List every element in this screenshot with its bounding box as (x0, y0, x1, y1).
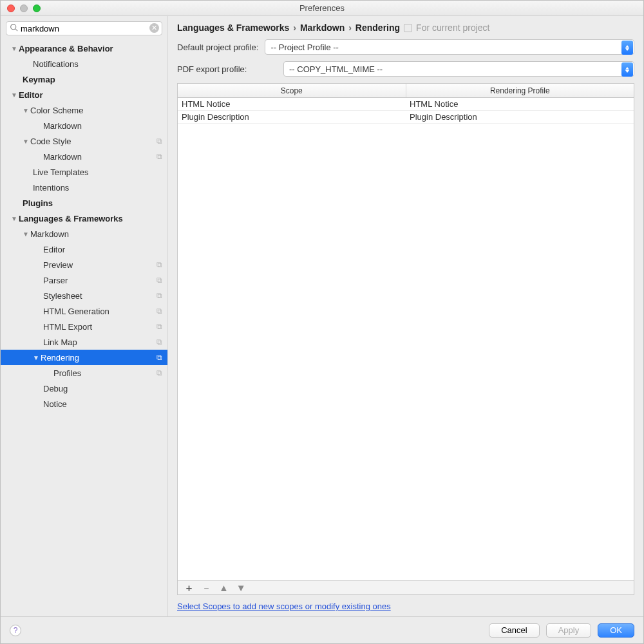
svg-line-1 (15, 29, 17, 31)
copy-icon: ⧉ (156, 291, 162, 300)
add-button[interactable]: ＋ (184, 583, 194, 592)
tree-notifications[interactable]: Notifications (1, 56, 167, 71)
ok-button[interactable]: OK (598, 623, 634, 638)
copy-icon: ⧉ (156, 337, 162, 346)
dropdown-icon (621, 62, 633, 77)
tree-codestyle[interactable]: ▼Code Style⧉ (1, 133, 167, 149)
pdf-export-profile-select[interactable]: -- COPY_HTML_MIME -- (283, 61, 634, 77)
tree-markdown[interactable]: ▼Markdown (1, 226, 167, 242)
table-toolbar: ＋ － ▲ ▼ (178, 580, 634, 594)
th-profile[interactable]: Rendering Profile (406, 84, 634, 97)
apply-button[interactable]: Apply (546, 623, 592, 638)
tree-cs-markdown[interactable]: Markdown (1, 118, 167, 133)
move-up-button[interactable]: ▲ (219, 583, 229, 592)
select-value: -- Project Profile -- (270, 43, 338, 52)
window-title: Preferences (1, 3, 643, 13)
dropdown-icon (621, 41, 633, 55)
body: ✕ ▼Appearance & Behavior Notifications K… (1, 16, 643, 616)
tree-langfw[interactable]: ▼Languages & Frameworks (1, 211, 167, 226)
project-icon (404, 24, 412, 32)
table-row[interactable]: Plugin Description Plugin Description (178, 111, 634, 124)
cell-profile: Plugin Description (406, 111, 634, 123)
tree-livetemplates[interactable]: Live Templates (1, 164, 167, 180)
help-button[interactable]: ? (10, 625, 21, 636)
sidebar: ✕ ▼Appearance & Behavior Notifications K… (1, 16, 168, 616)
cell-scope: HTML Notice (178, 98, 406, 110)
clear-search-icon[interactable]: ✕ (149, 23, 159, 33)
tree-colorscheme[interactable]: ▼Color Scheme (1, 102, 167, 118)
tree: ▼Appearance & Behavior Notifications Key… (1, 39, 167, 616)
copy-icon: ⧉ (156, 137, 162, 146)
titlebar: Preferences (1, 1, 643, 16)
search-box: ✕ (6, 21, 162, 35)
breadcrumb-a: Languages & Frameworks (177, 23, 289, 33)
copy-icon: ⧉ (156, 322, 162, 331)
pdf-export-profile-row: PDF export profile: -- COPY_HTML_MIME -- (177, 61, 634, 77)
default-project-profile-row: Default project profile: -- Project Prof… (177, 39, 634, 55)
tree-md-profiles[interactable]: Profiles⧉ (1, 365, 167, 381)
scopes-link-row: Select Scopes to add new scopes or modif… (177, 601, 634, 611)
copy-icon: ⧉ (156, 152, 162, 161)
tree-md-rendering[interactable]: ▼Rendering⧉ (1, 350, 167, 365)
tree-md-htmlgen[interactable]: HTML Generation⧉ (1, 303, 167, 319)
tree-intentions[interactable]: Intentions (1, 180, 167, 195)
tree-appearance[interactable]: ▼Appearance & Behavior (1, 41, 167, 56)
preferences-window: Preferences ✕ ▼Appearance & Behavior Not… (0, 0, 644, 644)
scopes-table: Scope Rendering Profile HTML Notice HTML… (177, 83, 634, 595)
select-scopes-link[interactable]: Select Scopes to add new scopes or modif… (177, 601, 391, 611)
breadcrumb-c: Rendering (355, 23, 400, 33)
move-down-button[interactable]: ▼ (236, 583, 246, 592)
pdf-export-profile-label: PDF export profile: (177, 64, 277, 74)
tree-md-parser[interactable]: Parser⧉ (1, 272, 167, 288)
tree-md-notice[interactable]: Notice (1, 396, 167, 412)
tree-md-linkmap[interactable]: Link Map⧉ (1, 334, 167, 350)
breadcrumb-project: For current project (416, 23, 489, 33)
tree-md-debug[interactable]: Debug (1, 381, 167, 396)
main-panel: Languages & Frameworks › Markdown › Rend… (168, 16, 643, 616)
tree-keymap[interactable]: Keymap (1, 71, 167, 87)
select-value: -- COPY_HTML_MIME -- (289, 64, 383, 74)
chevron-right-icon: › (348, 23, 352, 33)
svg-point-0 (11, 24, 16, 30)
tree-md-preview[interactable]: Preview⧉ (1, 257, 167, 272)
footer-buttons: Cancel Apply OK (489, 623, 634, 638)
default-project-profile-label: Default project profile: (177, 43, 258, 52)
breadcrumb-b: Markdown (300, 23, 345, 33)
table-row[interactable]: HTML Notice HTML Notice (178, 98, 634, 111)
cell-scope: Plugin Description (178, 111, 406, 123)
copy-icon: ⧉ (156, 276, 162, 285)
copy-icon: ⧉ (156, 260, 162, 269)
cancel-button[interactable]: Cancel (489, 623, 539, 638)
copy-icon: ⧉ (156, 307, 162, 316)
copy-icon: ⧉ (156, 353, 162, 362)
table-body: HTML Notice HTML Notice Plugin Descripti… (178, 98, 634, 580)
footer: ? Cancel Apply OK (1, 616, 643, 643)
search-icon (10, 23, 18, 33)
tree-md-stylesheet[interactable]: Stylesheet⧉ (1, 288, 167, 303)
search-input[interactable] (6, 21, 162, 35)
tree-md-htmlexp[interactable]: HTML Export⧉ (1, 319, 167, 334)
cell-profile: HTML Notice (406, 98, 634, 110)
chevron-right-icon: › (293, 23, 296, 33)
table-header: Scope Rendering Profile (178, 84, 634, 98)
default-project-profile-select[interactable]: -- Project Profile -- (265, 39, 634, 55)
remove-button[interactable]: － (202, 583, 211, 592)
copy-icon: ⧉ (156, 368, 162, 377)
th-scope[interactable]: Scope (178, 84, 406, 97)
tree-csty-markdown[interactable]: Markdown⧉ (1, 149, 167, 164)
tree-md-editor[interactable]: Editor (1, 242, 167, 257)
tree-editor[interactable]: ▼Editor (1, 87, 167, 102)
breadcrumb: Languages & Frameworks › Markdown › Rend… (177, 23, 634, 33)
tree-plugins[interactable]: Plugins (1, 195, 167, 211)
